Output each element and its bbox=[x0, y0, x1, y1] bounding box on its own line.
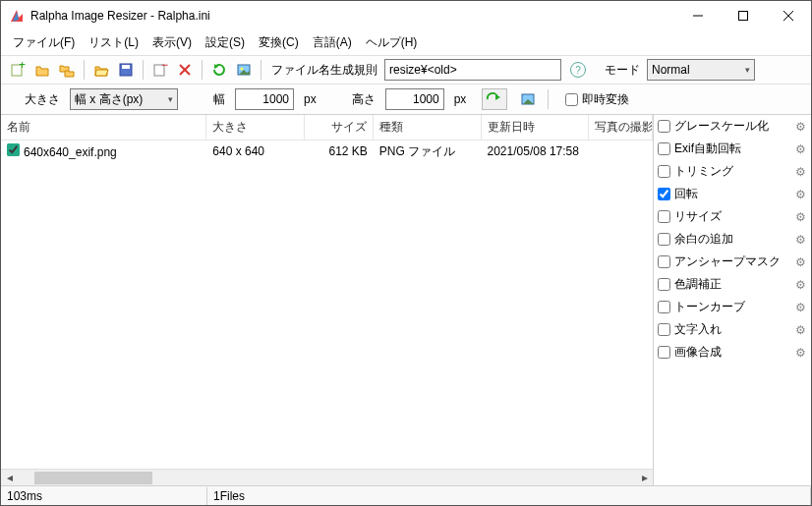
col-type[interactable]: 種類 bbox=[374, 115, 482, 140]
op-grayscale-checkbox[interactable] bbox=[658, 120, 670, 133]
delete-icon[interactable] bbox=[174, 59, 196, 81]
row-checkbox[interactable] bbox=[7, 143, 20, 156]
menu-view[interactable]: 表示(V) bbox=[146, 32, 198, 53]
col-size[interactable]: 大きさ bbox=[206, 115, 305, 140]
horizontal-scrollbar[interactable]: ◂ ▸ bbox=[1, 469, 653, 485]
op-color-checkbox[interactable] bbox=[658, 278, 670, 291]
op-label: アンシャープマスク bbox=[674, 253, 793, 270]
op-color[interactable]: 色調補正⚙ bbox=[654, 273, 811, 296]
maximize-button[interactable] bbox=[721, 1, 766, 30]
op-rotate-checkbox[interactable] bbox=[658, 188, 670, 200]
gear-icon[interactable]: ⚙ bbox=[793, 210, 807, 224]
width-unit: px bbox=[304, 92, 317, 106]
width-input[interactable] bbox=[235, 88, 294, 110]
mode-select[interactable]: Normal▾ bbox=[647, 59, 755, 81]
size-mode-value: 幅 x 高さ(px) bbox=[75, 91, 143, 108]
op-text-checkbox[interactable] bbox=[658, 323, 670, 336]
info-icon[interactable]: ? bbox=[570, 62, 586, 78]
gear-icon[interactable]: ⚙ bbox=[793, 142, 807, 156]
op-tone[interactable]: トーンカーブ⚙ bbox=[654, 296, 811, 318]
menu-list[interactable]: リスト(L) bbox=[83, 32, 145, 53]
op-label: リサイズ bbox=[674, 208, 793, 225]
remove-file-icon[interactable]: − bbox=[149, 59, 171, 81]
filename-rule-label: ファイル名生成規則 bbox=[271, 62, 377, 79]
op-compose[interactable]: 画像合成⚙ bbox=[654, 341, 811, 364]
table-row[interactable]: 640x640_exif.png 640 x 640 612 KB PNG ファ… bbox=[1, 141, 653, 162]
scroll-thumb[interactable] bbox=[34, 472, 152, 484]
op-exif-checkbox[interactable] bbox=[658, 142, 670, 155]
preview-icon[interactable] bbox=[233, 59, 255, 81]
op-margin-checkbox[interactable] bbox=[658, 233, 670, 246]
separator bbox=[548, 89, 549, 109]
op-label: Exif自動回転 bbox=[674, 141, 793, 157]
gear-icon[interactable]: ⚙ bbox=[793, 255, 807, 269]
window-title: Ralpha Image Resizer - Ralpha.ini bbox=[30, 9, 675, 23]
open-folder-icon[interactable] bbox=[90, 59, 112, 81]
op-resize-checkbox[interactable] bbox=[658, 210, 670, 223]
op-exif[interactable]: Exif自動回転⚙ bbox=[654, 138, 811, 160]
chevron-down-icon: ▾ bbox=[745, 65, 750, 75]
op-grayscale[interactable]: グレースケール化⚙ bbox=[654, 115, 811, 138]
op-resize[interactable]: リサイズ⚙ bbox=[654, 205, 811, 228]
gear-icon[interactable]: ⚙ bbox=[793, 278, 807, 292]
chevron-down-icon: ▾ bbox=[168, 94, 173, 104]
op-tone-checkbox[interactable] bbox=[658, 301, 670, 313]
menu-convert[interactable]: 変換(C) bbox=[253, 32, 305, 53]
preview-small-icon[interactable] bbox=[517, 88, 539, 110]
close-button[interactable] bbox=[766, 1, 811, 30]
instant-convert-option[interactable]: 即時変換 bbox=[565, 91, 629, 108]
op-margin[interactable]: 余白の追加⚙ bbox=[654, 228, 811, 251]
op-trim[interactable]: トリミング⚙ bbox=[654, 160, 811, 183]
op-rotate[interactable]: 回転⚙ bbox=[654, 183, 811, 205]
col-fsize[interactable]: サイズ bbox=[305, 115, 374, 140]
svg-text:+: + bbox=[19, 62, 26, 72]
main-area: 名前 大きさ サイズ 種類 更新日時 写真の撮影日 640x640_exif.p… bbox=[1, 115, 811, 485]
filename-rule-input[interactable] bbox=[384, 59, 561, 81]
add-folder-icon[interactable] bbox=[31, 59, 53, 81]
convert-button[interactable] bbox=[482, 88, 507, 110]
op-label: 画像合成 bbox=[674, 344, 793, 361]
row-type: PNG ファイル bbox=[374, 141, 482, 162]
op-label: 色調補正 bbox=[674, 276, 793, 293]
list-body[interactable]: 640x640_exif.png 640 x 640 612 KB PNG ファ… bbox=[1, 141, 653, 469]
svg-rect-9 bbox=[122, 65, 130, 69]
col-date[interactable]: 更新日時 bbox=[482, 115, 590, 140]
op-label: 回転 bbox=[674, 186, 793, 202]
save-icon[interactable] bbox=[115, 59, 137, 81]
app-icon bbox=[9, 8, 25, 24]
menu-file[interactable]: ファイル(F) bbox=[7, 32, 81, 53]
instant-convert-checkbox[interactable] bbox=[565, 93, 578, 106]
titlebar: Ralpha Image Resizer - Ralpha.ini bbox=[1, 1, 811, 30]
svg-rect-3 bbox=[739, 12, 748, 21]
op-unsharp-checkbox[interactable] bbox=[658, 255, 670, 268]
minimize-button[interactable] bbox=[675, 1, 721, 30]
size-mode-select[interactable]: 幅 x 高さ(px)▾ bbox=[70, 88, 178, 110]
add-file-icon[interactable]: + bbox=[7, 59, 29, 81]
separator bbox=[202, 60, 203, 80]
gear-icon[interactable]: ⚙ bbox=[793, 346, 807, 360]
col-name[interactable]: 名前 bbox=[1, 115, 206, 140]
instant-convert-label: 即時変換 bbox=[582, 91, 629, 108]
window-controls bbox=[675, 1, 811, 30]
gear-icon[interactable]: ⚙ bbox=[793, 323, 807, 337]
op-text[interactable]: 文字入れ⚙ bbox=[654, 318, 811, 341]
menu-settings[interactable]: 設定(S) bbox=[200, 32, 251, 53]
op-unsharp[interactable]: アンシャープマスク⚙ bbox=[654, 251, 811, 273]
gear-icon[interactable]: ⚙ bbox=[793, 233, 807, 247]
op-compose-checkbox[interactable] bbox=[658, 346, 670, 359]
scroll-left-icon[interactable]: ◂ bbox=[1, 470, 18, 486]
gear-icon[interactable]: ⚙ bbox=[793, 301, 807, 314]
height-input[interactable] bbox=[385, 88, 444, 110]
add-subfolder-icon[interactable] bbox=[56, 59, 78, 81]
menu-lang[interactable]: 言語(A) bbox=[307, 32, 358, 53]
scroll-right-icon[interactable]: ▸ bbox=[636, 470, 653, 486]
run-icon[interactable] bbox=[208, 59, 230, 81]
gear-icon[interactable]: ⚙ bbox=[793, 165, 807, 179]
mode-label: モード bbox=[605, 62, 640, 79]
gear-icon[interactable]: ⚙ bbox=[793, 188, 807, 201]
menu-help[interactable]: ヘルプ(H) bbox=[360, 32, 424, 53]
status-files: 1Files bbox=[207, 487, 811, 505]
op-trim-checkbox[interactable] bbox=[658, 165, 670, 178]
gear-icon[interactable]: ⚙ bbox=[793, 120, 807, 134]
col-photo[interactable]: 写真の撮影日 bbox=[589, 115, 653, 140]
